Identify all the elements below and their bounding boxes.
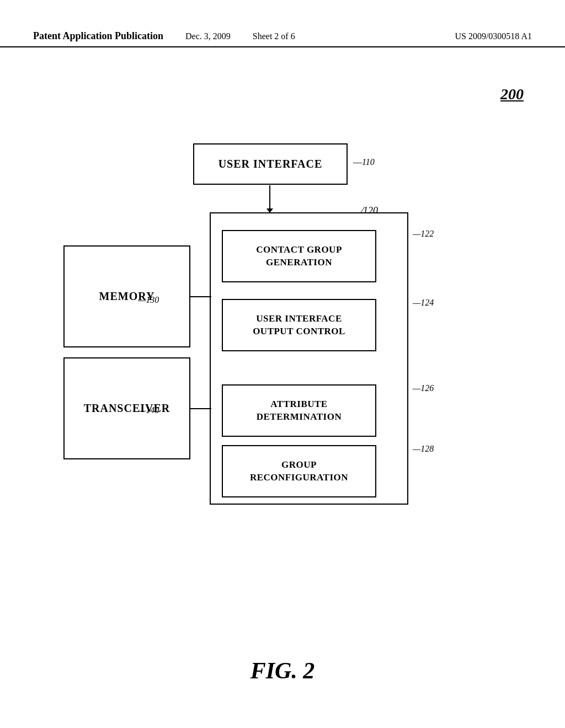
subbox-128-label: GROUPRECONFIGURATION [250, 459, 348, 483]
ref-126-label: —126 [413, 383, 434, 393]
line-transceiver-to-processor [190, 408, 211, 409]
ref-122-label: —122 [413, 229, 434, 239]
subbox-126-label: ATTRIBUTEDETERMINATION [257, 398, 342, 422]
ref-140-label: —140 [138, 405, 159, 415]
header-patent: US 2009/0300518 A1 [455, 31, 532, 41]
subbox-122: CONTACT GROUPGENERATION [222, 230, 376, 282]
ref-130-label: —130 [138, 295, 159, 305]
subbox-126: ATTRIBUTEDETERMINATION [222, 384, 376, 437]
processor-box: CONTACT GROUPGENERATION USER INTERFACEOU… [210, 212, 408, 505]
subbox-128: GROUPRECONFIGURATION [222, 445, 376, 497]
user-interface-label: USER INTERFACE [218, 158, 323, 170]
figure-ref-200: 200 [500, 85, 524, 103]
figure-caption: FIG. 2 [0, 657, 565, 684]
page-header: Patent Application Publication Dec. 3, 2… [0, 30, 565, 47]
header-date: Dec. 3, 2009 [185, 31, 231, 41]
line-memory-to-processor [190, 296, 211, 297]
header-sheet: Sheet 2 of 6 [253, 31, 295, 41]
subbox-124: USER INTERFACEOUTPUT CONTROL [222, 299, 376, 351]
publication-label: Patent Application Publication [33, 30, 163, 42]
ref-110-label: —110 [353, 157, 375, 167]
transceiver-box: TRANSCEIVER [63, 357, 190, 459]
diagram-area: USER INTERFACE —110 ∕120 CONTACT GROUPGE… [33, 110, 532, 563]
subbox-122-label: CONTACT GROUPGENERATION [256, 244, 342, 268]
memory-box: MEMORY [63, 245, 190, 347]
arrow-ui-to-processor [269, 185, 270, 213]
ref-124-label: —124 [413, 298, 434, 308]
ref-128-label: —128 [413, 444, 434, 454]
user-interface-box: USER INTERFACE [193, 143, 348, 185]
subbox-124-label: USER INTERFACEOUTPUT CONTROL [253, 313, 345, 337]
